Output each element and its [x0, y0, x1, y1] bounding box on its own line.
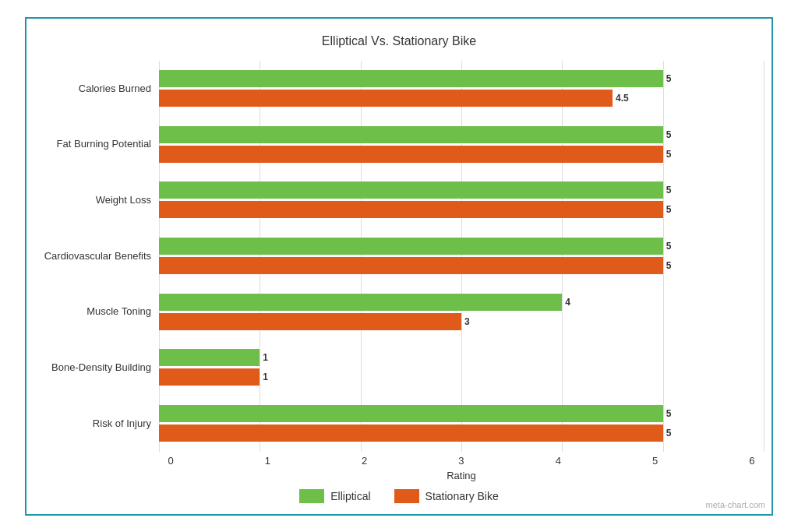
- bar-value-elliptical: 1: [263, 352, 268, 363]
- legend-item-elliptical: Elliptical: [299, 489, 370, 503]
- bar-elliptical: [159, 70, 663, 87]
- x-axis: 0123456 Rating: [159, 452, 764, 483]
- bar-stationary: [159, 368, 260, 386]
- bar-value-stationary: 5: [666, 428, 672, 439]
- bar-value-elliptical: 5: [666, 185, 672, 196]
- bar-value-stationary: 5: [666, 149, 672, 160]
- y-label: Risk of Injury: [93, 417, 151, 430]
- bar-value-elliptical: 4: [565, 297, 570, 308]
- y-label-group: Fat Burning Potential: [34, 116, 151, 172]
- bar-row-elliptical: 5: [159, 126, 764, 143]
- bar-value-elliptical: 5: [666, 408, 672, 419]
- chart-plot: 54.5555555431155 0123456 Rating: [159, 61, 764, 483]
- bar-value-stationary: 5: [666, 204, 672, 215]
- y-label: Cardiovascular Benefits: [44, 250, 151, 262]
- y-label-group: Cardiovascular Benefits: [34, 228, 151, 284]
- bar-group: 43: [159, 284, 764, 340]
- bar-group: 55: [159, 116, 764, 172]
- y-axis-labels: Calories BurnedFat Burning PotentialWeig…: [34, 61, 159, 483]
- bar-elliptical: [159, 126, 663, 143]
- bar-value-stationary: 5: [666, 260, 672, 271]
- bar-group: 55: [159, 172, 764, 228]
- bar-row-stationary: 1: [159, 368, 764, 386]
- chart-body: Calories BurnedFat Burning PotentialWeig…: [34, 61, 764, 483]
- bar-stationary: [159, 201, 663, 218]
- bar-group: 55: [159, 228, 764, 284]
- y-label: Bone-Density Building: [51, 361, 151, 374]
- y-label-group: Muscle Toning: [34, 284, 151, 340]
- bar-row-stationary: 3: [159, 313, 764, 330]
- bar-value-stationary: 3: [464, 316, 470, 327]
- legend-swatch-green: [299, 489, 324, 503]
- bar-value-stationary: 1: [263, 372, 268, 382]
- bar-row-elliptical: 4: [159, 294, 764, 311]
- y-label-group: Risk of Injury: [34, 396, 151, 452]
- x-tick: 6: [740, 455, 764, 467]
- bar-stationary: [159, 257, 663, 274]
- legend: Elliptical Stationary Bike: [34, 489, 764, 506]
- bar-elliptical: [159, 294, 562, 311]
- x-tick: 4: [546, 455, 570, 467]
- bar-row-elliptical: 5: [159, 70, 764, 87]
- y-label: Calories Burned: [79, 83, 151, 95]
- bar-group: 54.5: [159, 61, 764, 117]
- grid-line: [764, 61, 764, 452]
- bar-elliptical: [159, 405, 663, 422]
- x-tick: 3: [450, 455, 473, 467]
- bar-row-stationary: 5: [159, 146, 764, 163]
- bar-row-stationary: 5: [159, 257, 764, 274]
- watermark: meta-chart.com: [706, 500, 765, 509]
- x-tick: 2: [353, 455, 376, 467]
- y-label-group: Calories Burned: [34, 61, 151, 117]
- bar-stationary: [159, 90, 613, 107]
- bar-elliptical: [159, 349, 260, 366]
- y-label: Muscle Toning: [87, 305, 151, 318]
- x-tick: 1: [256, 455, 279, 467]
- chart-title: Elliptical Vs. Stationary Bike: [34, 34, 764, 48]
- bar-row-elliptical: 5: [159, 238, 764, 255]
- bar-value-elliptical: 5: [666, 241, 672, 252]
- bar-elliptical: [159, 181, 663, 199]
- bar-row-elliptical: 5: [159, 181, 764, 199]
- bar-row-stationary: 4.5: [159, 90, 764, 107]
- bar-elliptical: [159, 238, 663, 255]
- y-label-group: Weight Loss: [34, 172, 151, 228]
- bar-value-stationary: 4.5: [616, 93, 629, 104]
- bar-row-elliptical: 1: [159, 349, 764, 366]
- y-label: Weight Loss: [96, 194, 151, 206]
- legend-label-stationary: Stationary Bike: [425, 490, 499, 502]
- bar-stationary: [159, 146, 663, 163]
- bar-value-elliptical: 5: [666, 129, 672, 140]
- bar-value-elliptical: 5: [666, 73, 672, 84]
- bar-row-stationary: 5: [159, 425, 764, 442]
- bar-group: 11: [159, 340, 764, 396]
- legend-swatch-orange: [394, 489, 419, 503]
- x-tick: 0: [159, 455, 182, 467]
- bar-row-elliptical: 5: [159, 405, 764, 422]
- chart-container: Elliptical Vs. Stationary Bike Calories …: [25, 17, 773, 516]
- bar-stationary: [159, 425, 663, 442]
- y-label: Fat Burning Potential: [57, 138, 151, 150]
- x-axis-label: Rating: [159, 470, 764, 481]
- bar-stationary: [159, 313, 461, 330]
- y-label-group: Bone-Density Building: [34, 340, 151, 396]
- legend-item-stationary: Stationary Bike: [394, 489, 499, 503]
- legend-label-elliptical: Elliptical: [330, 490, 370, 502]
- bars-area: 54.5555555431155: [159, 61, 764, 452]
- x-ticks: 0123456: [159, 452, 764, 467]
- bar-row-stationary: 5: [159, 201, 764, 218]
- x-tick: 5: [644, 455, 667, 467]
- bar-group: 55: [159, 396, 764, 452]
